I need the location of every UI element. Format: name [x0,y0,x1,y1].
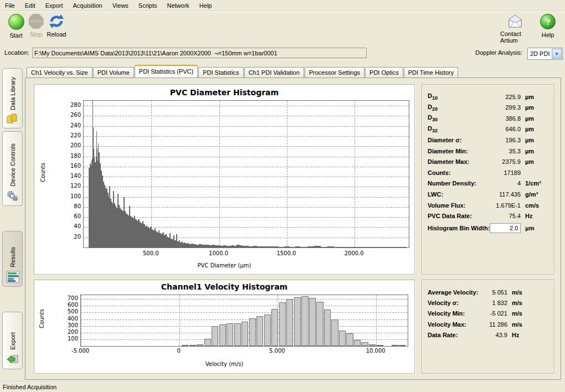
histogram-bar [355,247,363,247]
histogram-bar [189,345,196,346]
histogram-bar [265,246,269,247]
status-text: Finished Acquisition [3,384,56,390]
stat-unit: Hz [507,332,548,338]
y-tick-label: 700 [57,295,78,301]
sidebar-item-label: Results [9,247,16,267]
chevron-down-icon[interactable]: ▼ [552,49,562,59]
sidebar-item-export[interactable]: Export [2,312,23,369]
chart-title: PVC Diameter Histogram [34,88,414,97]
histogram-bar [341,247,348,247]
stat-label: Average Velocity: [428,289,482,296]
gridline-y [81,312,408,313]
location-input[interactable] [32,48,367,58]
gridline-y [84,197,409,198]
gridline-x [287,101,287,247]
menu-item-network[interactable]: Network [162,1,194,10]
help-button[interactable]: ? Help [533,14,563,38]
x-tick-label: 0 [162,348,196,354]
doppler-analysis-label: Doppler Analysis: [475,49,522,56]
gridline-y [84,146,409,147]
histogram-bar [331,319,338,346]
y-tick-label: 40 [60,223,81,229]
gridline-y [84,207,409,208]
y-tick-label: 20 [60,234,81,240]
histogram-bar [197,344,203,346]
menu-item-file[interactable]: File [0,1,20,10]
menu-item-scripts[interactable]: Scripts [133,1,162,10]
tab-pdi-time-history[interactable]: PDI Time History [404,67,459,78]
tab-ch1-velocity-vs-size[interactable]: Ch1 Velocity vs. Size [27,67,93,78]
stat-value: 299.3 [486,104,521,111]
status-bar: Finished Acquisition [0,381,565,392]
histogram-bar [309,298,316,346]
stat-label: Velocity σ: [428,300,482,306]
gridline-y [81,306,408,306]
x-tick-label: 1500.0 [270,250,303,256]
sidebar-item-results[interactable]: Results [2,231,23,287]
menu-item-acquisition[interactable]: Acquisition [68,1,107,10]
tab-pdi-statistics[interactable]: PDI Statistics [198,67,243,78]
stat-row-D10: D10225.9µm [422,91,554,102]
stat-value: 11 286 [482,321,507,328]
tab-ch1-pdi-validation[interactable]: Ch1 PDI Validation [244,67,304,78]
histogram-bar [249,318,256,346]
y-tick-label: 240 [60,122,81,128]
histogram-bar [334,247,341,247]
menu-bar: FileEditExportAcquisitionViewsScriptsNet… [0,0,565,11]
histogram-bin-width-input[interactable] [490,223,521,233]
y-axis-label: Counts [40,163,46,182]
x-tick-label: 10.000 [359,348,392,354]
stat-unit: cm/s [521,202,548,209]
sidebar-item-label: Device Controls [9,143,16,187]
stat-row-diameter-min: Diameter Min:35.3µm [422,146,554,156]
menu-item-edit[interactable]: Edit [20,1,40,10]
y-tick-label: 100 [60,193,81,199]
location-label: Location: [4,49,29,56]
stat-row-average-velocity: Average Velocity:5 051m/s [422,287,554,297]
menu-item-help[interactable]: Help [194,1,217,10]
histogram-bar [271,309,278,346]
stat-value: -5 021 [482,310,507,317]
histogram-bar [256,316,263,346]
histogram-bar [249,246,253,247]
pvc-diameter-histogram-chart: PVC Diameter Histogram204060801001201401… [34,84,415,275]
doppler-analysis-select[interactable]: 2D PDI ▼ [527,48,563,60]
histogram-bar [387,247,396,247]
tab-pdi-statistics-pvc-[interactable]: PDI Statistics (PVC) [135,65,198,78]
tab-pdi-volume[interactable]: PDI Volume [93,67,134,78]
histogram-bar [253,246,257,247]
contact-artium-button[interactable]: Contact Artium [500,14,530,44]
histogram-bar [279,247,284,247]
x-axis-label: PVC Diameter (µm) [34,262,414,269]
sidebar-item-data-library[interactable]: Data Library [2,68,23,128]
histogram-bar [379,247,387,247]
aims-application-window: FileEditExportAcquisitionViewsScriptsNet… [0,0,565,392]
sidebar-item-device-controls[interactable]: Device Controls [2,131,23,206]
reload-button[interactable]: Reload [42,14,71,38]
stat-value: 5 051 [482,289,507,296]
gridline-x [219,101,220,247]
sidebar-item-label: Export [9,332,16,350]
stat-label: Velocity Max: [428,321,482,328]
stat-unit: µm [521,126,548,132]
histogram-bar [257,246,261,247]
export-arrow-icon [6,353,19,367]
stat-label: Histogram Bin Width: [428,225,490,231]
tab-pdi-optics[interactable]: PDI Optics [365,67,403,78]
menu-item-export[interactable]: Export [40,1,68,10]
x-axis-label: Velocity (m/s) [34,361,414,367]
stat-row-diameter-σ: Diameter σ:196.3µm [422,135,554,145]
stat-unit: µm [521,115,548,122]
stat-unit: µm [521,137,548,143]
histogram-bar [371,247,379,247]
stat-label: Diameter σ: [428,137,486,143]
stat-row-velocity-max: Velocity Max:11 286m/s [422,319,554,329]
stat-unit: Hz [521,213,548,219]
y-tick-label: 160 [60,163,81,169]
y-tick-label: 400 [57,316,78,322]
tab-processor-settings[interactable]: Processor Settings [305,67,364,78]
stat-label: Diameter Min: [428,148,486,154]
stat-value: 17189 [486,169,521,176]
x-tick-label: 5.000 [260,348,294,354]
menu-item-views[interactable]: Views [107,1,133,10]
